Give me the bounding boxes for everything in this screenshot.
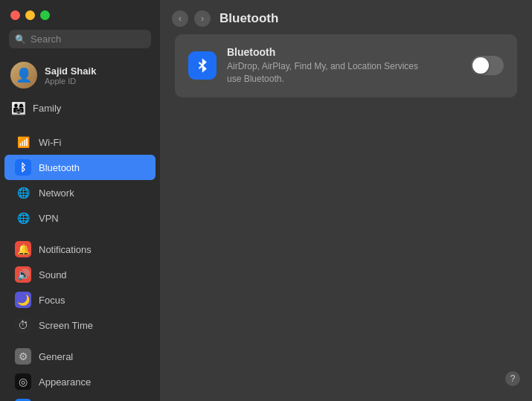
sidebar-item-bluetooth-label: Bluetooth	[39, 162, 80, 173]
sidebar-item-sound-label: Sound	[39, 269, 67, 280]
user-name: Sajid Shaik	[45, 65, 96, 77]
search-input[interactable]: Search	[31, 33, 61, 45]
card-subtitle: AirDrop, AirPlay, Find My, and Location …	[227, 60, 461, 86]
general-icon: ⚙	[15, 348, 31, 365]
sidebar-item-screentime[interactable]: ⏱ Screen Time	[4, 312, 156, 338]
topbar: ‹ › Bluetooth	[160, 0, 532, 34]
forward-button[interactable]: ›	[194, 10, 211, 27]
family-label: Family	[33, 103, 61, 114]
card-title: Bluetooth	[227, 46, 461, 58]
sidebar-item-network-label: Network	[39, 187, 74, 199]
sound-icon: 🔊	[15, 266, 31, 283]
minimize-button[interactable]	[25, 10, 35, 20]
sidebar-item-notifications-label: Notifications	[39, 244, 92, 255]
sidebar-item-focus-label: Focus	[39, 295, 65, 306]
sidebar-item-accessibility[interactable]: ♿ Accessibility	[4, 394, 156, 401]
sidebar-item-focus[interactable]: 🌙 Focus	[4, 287, 156, 312]
sidebar-item-notifications[interactable]: 🔔 Notifications	[4, 237, 156, 262]
back-button[interactable]: ‹	[172, 10, 188, 27]
help-button[interactable]: ?	[505, 371, 520, 386]
user-info: Sajid Shaik Apple ID	[45, 65, 96, 86]
focus-icon: 🌙	[15, 292, 31, 308]
sidebar: 🔍 Search 👤 Sajid Shaik Apple ID 👨‍👩‍👧 Fa…	[0, 0, 160, 401]
wifi-icon: 📶	[15, 134, 31, 150]
network-icon: 🌐	[15, 185, 31, 201]
avatar: 👤	[10, 62, 37, 89]
sidebar-item-wifi-label: Wi-Fi	[39, 137, 61, 148]
appearance-icon: ◎	[15, 373, 31, 390]
bluetooth-icon: ᛒ	[15, 159, 31, 176]
bluetooth-card-icon	[188, 51, 217, 80]
sidebar-item-bluetooth[interactable]: ᛒ Bluetooth	[4, 155, 156, 180]
card-text: Bluetooth AirDrop, AirPlay, Find My, and…	[227, 46, 461, 86]
bluetooth-card: Bluetooth AirDrop, AirPlay, Find My, and…	[175, 34, 517, 97]
sidebar-item-general[interactable]: ⚙ General	[4, 344, 156, 369]
sidebar-item-appearance[interactable]: ◎ Appearance	[4, 369, 156, 394]
sidebar-item-vpn-label: VPN	[39, 213, 59, 224]
toggle-knob	[472, 57, 489, 74]
sidebar-item-family[interactable]: 👨‍👩‍👧 Family	[0, 96, 160, 123]
notifications-icon: 🔔	[15, 241, 31, 257]
sidebar-item-appearance-label: Appearance	[39, 376, 91, 388]
user-section[interactable]: 👤 Sajid Shaik Apple ID	[0, 59, 160, 96]
user-sub: Apple ID	[45, 77, 96, 86]
sidebar-item-wifi[interactable]: 📶 Wi-Fi	[4, 129, 156, 155]
content-area: Bluetooth AirDrop, AirPlay, Find My, and…	[160, 34, 532, 401]
sidebar-item-sound[interactable]: 🔊 Sound	[4, 262, 156, 287]
bluetooth-toggle[interactable]	[471, 56, 504, 75]
traffic-lights	[10, 10, 50, 20]
search-bar[interactable]: 🔍 Search	[9, 30, 151, 48]
family-icon: 👨‍👩‍👧	[10, 100, 27, 116]
fullscreen-button[interactable]	[40, 10, 50, 20]
page-title: Bluetooth	[219, 11, 278, 26]
bluetooth-symbol	[194, 57, 211, 74]
sidebar-item-screentime-label: Screen Time	[39, 320, 93, 331]
vpn-icon: 🌐	[15, 210, 31, 226]
search-icon: 🔍	[15, 34, 26, 45]
sidebar-item-vpn[interactable]: 🌐 VPN	[4, 205, 156, 231]
close-button[interactable]	[10, 10, 20, 20]
sidebar-item-network[interactable]: 🌐 Network	[4, 180, 156, 205]
main-content: ‹ › Bluetooth Bluetooth AirDrop, AirPlay…	[160, 0, 532, 401]
sidebar-item-general-label: General	[39, 351, 73, 362]
screentime-icon: ⏱	[15, 317, 31, 333]
